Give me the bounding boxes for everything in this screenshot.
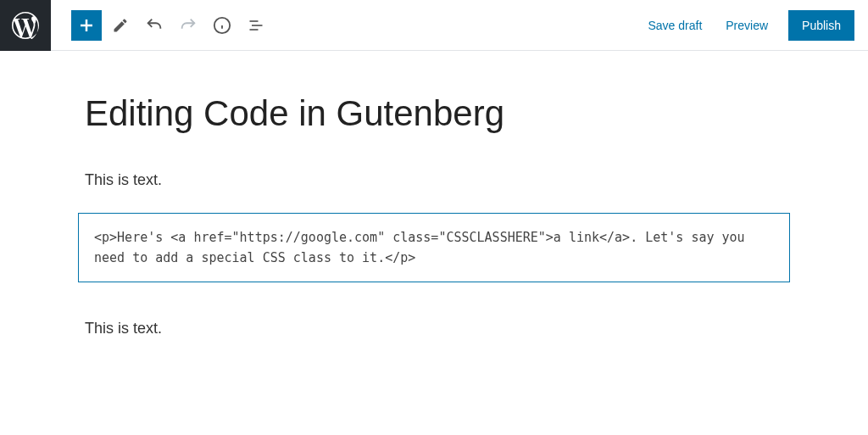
- save-draft-button[interactable]: Save draft: [644, 12, 705, 39]
- toolbar-left-group: [51, 10, 271, 41]
- info-icon: [213, 16, 231, 35]
- edit-mode-button[interactable]: [105, 10, 136, 41]
- editor-toolbar: Save draft Preview Publish: [0, 0, 868, 51]
- paragraph-block[interactable]: This is text.: [78, 168, 790, 192]
- wordpress-icon: [12, 12, 39, 39]
- pencil-icon: [112, 17, 129, 34]
- plus-icon: [76, 15, 97, 36]
- redo-icon: [179, 16, 198, 35]
- undo-icon: [145, 16, 164, 35]
- code-block-selected[interactable]: <p>Here's <a href="https://google.com" c…: [78, 213, 790, 282]
- post-title[interactable]: Editing Code in Gutenberg: [78, 93, 790, 134]
- publish-button[interactable]: Publish: [788, 10, 854, 41]
- editor-content-area: Editing Code in Gutenberg This is text. …: [78, 51, 790, 341]
- toolbar-right-group: Save draft Preview Publish: [644, 10, 854, 41]
- preview-button[interactable]: Preview: [722, 12, 771, 39]
- outline-button[interactable]: [241, 10, 271, 41]
- paragraph-block[interactable]: This is text.: [78, 316, 790, 341]
- info-button[interactable]: [207, 10, 237, 41]
- list-icon: [248, 17, 264, 34]
- undo-button[interactable]: [139, 10, 170, 41]
- add-block-button[interactable]: [71, 10, 102, 41]
- wordpress-logo[interactable]: [0, 0, 51, 51]
- redo-button[interactable]: [173, 10, 203, 41]
